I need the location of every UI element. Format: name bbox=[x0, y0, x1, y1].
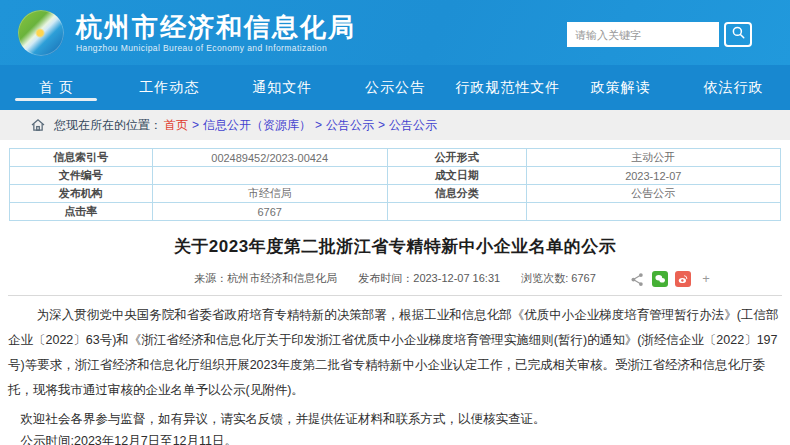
info-label-category: 信息分类 bbox=[387, 185, 526, 203]
breadcrumb-prefix: 您现在所在的位置： bbox=[54, 117, 162, 134]
main-nav: 首 页 工作动态 通知文件 公示公告 行政规范性文件 政策解读 依法行政 bbox=[0, 65, 790, 110]
info-value-file-number bbox=[152, 167, 387, 185]
article-publish-time: 发布时间：2023-12-07 16:31 bbox=[358, 272, 500, 284]
article-paragraph: 公示时间:2023年12月7日至12月11日。 bbox=[8, 430, 782, 445]
table-row: 发布机构 市经信局 信息分类 公告公示 bbox=[10, 185, 781, 203]
site-subtitle: Hangzhou Municipal Bureau of Economy and… bbox=[76, 43, 356, 53]
site-titles: 杭州市经济和信息化局 Hangzhou Municipal Bureau of … bbox=[76, 12, 356, 53]
site-header: 杭州市经济和信息化局 Hangzhou Municipal Bureau of … bbox=[0, 0, 790, 65]
article-body: 为深入贯彻党中央国务院和省委省政府培育专精特新的决策部署，根据工业和信息化部《优… bbox=[8, 303, 782, 445]
article-paragraph: 欢迎社会各界参与监督，如有异议，请实名反馈，并提供佐证材料和联系方式，以便核实查… bbox=[8, 408, 782, 430]
breadcrumb-separator: > bbox=[378, 118, 385, 132]
table-row: 点击率 6767 bbox=[10, 203, 781, 221]
table-row: 文件编号 成文日期 2023-12-07 bbox=[10, 167, 781, 185]
info-label-click-rate: 点击率 bbox=[10, 203, 153, 221]
info-value-click-rate: 6767 bbox=[152, 203, 387, 221]
nav-item-work-news[interactable]: 工作动态 bbox=[113, 65, 226, 110]
meta-divider bbox=[8, 295, 782, 296]
info-label-disclosure-form: 公开形式 bbox=[387, 149, 526, 167]
breadcrumb-link-notices[interactable]: 公告公示 bbox=[326, 117, 374, 134]
info-value-category: 公告公示 bbox=[526, 185, 780, 203]
site-search bbox=[567, 22, 752, 47]
info-value-publisher: 市经信局 bbox=[152, 185, 387, 203]
site-title: 杭州市经济和信息化局 bbox=[76, 12, 356, 42]
nav-item-home[interactable]: 首 页 bbox=[0, 65, 113, 110]
article-views: 浏览次数: 6767 bbox=[521, 272, 596, 284]
breadcrumb: 您现在所在的位置： 首页 > 信息公开（资源库） > 公告公示 > 公告公示 bbox=[0, 110, 790, 140]
nav-item-public-notices[interactable]: 公示公告 bbox=[339, 65, 452, 110]
info-label-file-number: 文件编号 bbox=[10, 167, 153, 185]
nav-item-regulatory-files[interactable]: 行政规范性文件 bbox=[451, 65, 564, 110]
more-share-icon[interactable]: + bbox=[698, 271, 714, 287]
weibo-share-icon[interactable] bbox=[675, 271, 691, 287]
info-label-issue-date: 成文日期 bbox=[387, 167, 526, 185]
article-paragraph: 为深入贯彻党中央国务院和省委省政府培育专精特新的决策部署，根据工业和信息化部《优… bbox=[8, 303, 782, 403]
page-title: 关于2023年度第二批浙江省专精特新中小企业名单的公示 bbox=[8, 235, 782, 258]
nav-item-policy-interpretation[interactable]: 政策解读 bbox=[564, 65, 677, 110]
info-value-empty bbox=[526, 203, 780, 221]
document-info-table: 信息索引号 002489452/2023-00424 公开形式 主动公开 文件编… bbox=[9, 148, 781, 221]
breadcrumb-link-home[interactable]: 首页 bbox=[164, 117, 188, 134]
article-source: 来源：杭州市经济和信息化局 bbox=[194, 272, 337, 284]
info-value-issue-date: 2023-12-07 bbox=[526, 167, 780, 185]
wechat-share-icon[interactable] bbox=[652, 271, 668, 287]
info-label-publisher: 发布机构 bbox=[10, 185, 153, 203]
breadcrumb-link-notices-current[interactable]: 公告公示 bbox=[389, 117, 437, 134]
breadcrumb-link-info-disclosure[interactable]: 信息公开（资源库） bbox=[203, 117, 311, 134]
share-toolbar: + bbox=[629, 271, 714, 287]
info-value-disclosure-form: 主动公开 bbox=[526, 149, 780, 167]
nav-item-notice-files[interactable]: 通知文件 bbox=[226, 65, 339, 110]
main-content: 信息索引号 002489452/2023-00424 公开形式 主动公开 文件编… bbox=[0, 140, 790, 445]
share-icon[interactable] bbox=[629, 271, 645, 287]
article-meta: 来源：杭州市经济和信息化局 发布时间：2023-12-07 16:31 浏览次数… bbox=[8, 271, 782, 289]
info-value-index-number: 002489452/2023-00424 bbox=[152, 149, 387, 167]
search-button[interactable] bbox=[724, 22, 752, 47]
table-row: 信息索引号 002489452/2023-00424 公开形式 主动公开 bbox=[10, 149, 781, 167]
search-icon bbox=[731, 25, 746, 44]
breadcrumb-separator: > bbox=[315, 118, 322, 132]
home-icon[interactable] bbox=[30, 117, 46, 133]
search-input[interactable] bbox=[567, 22, 719, 47]
bureau-logo bbox=[18, 10, 64, 56]
info-label-empty bbox=[387, 203, 526, 221]
nav-item-lawful-admin[interactable]: 依法行政 bbox=[677, 65, 790, 110]
info-label-index-number: 信息索引号 bbox=[10, 149, 153, 167]
breadcrumb-separator: > bbox=[192, 118, 199, 132]
